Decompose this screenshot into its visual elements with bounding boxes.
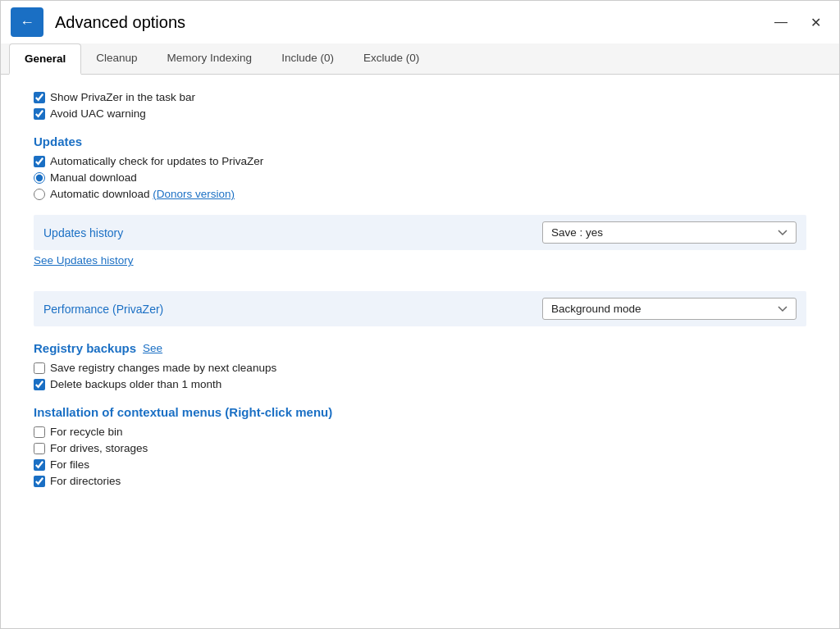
performance-row: Performance (PrivaZer) Background mode N… (34, 291, 806, 326)
registry-title: Registry backups (34, 341, 136, 355)
title-bar-controls: — ✕ (766, 11, 829, 34)
taskbar-section: Show PrivaZer in the task bar Avoid UAC … (34, 91, 806, 120)
back-button[interactable]: ← (11, 7, 43, 37)
auto-check-row: Automatically check for updates to Priva… (34, 155, 806, 167)
updates-title: Updates (34, 134, 806, 148)
uac-row: Avoid UAC warning (34, 107, 806, 120)
files-checkbox[interactable] (34, 459, 45, 471)
updates-history-section: Updates history Save : yes Save : no See… (34, 215, 806, 276)
manual-download-radio[interactable] (34, 172, 45, 184)
contextual-menus-section: Installation of contextual menus (Right-… (34, 405, 806, 487)
tab-memory-indexing[interactable]: Memory Indexing (153, 43, 267, 74)
uac-checkbox[interactable] (34, 108, 45, 120)
auto-download-label: Automatic download (Donors version) (50, 188, 235, 200)
taskbar-label: Show PrivaZer in the task bar (50, 91, 195, 103)
files-row: For files (34, 458, 806, 471)
auto-download-radio[interactable] (34, 189, 45, 200)
uac-label: Avoid UAC warning (50, 107, 146, 120)
directories-checkbox[interactable] (34, 476, 45, 487)
see-updates-history-link[interactable]: See Updates history (34, 254, 134, 267)
main-window: ← Advanced options — ✕ General Cleanup M… (0, 0, 840, 629)
taskbar-row: Show PrivaZer in the task bar (34, 91, 806, 103)
directories-row: For directories (34, 475, 806, 487)
delete-backups-checkbox[interactable] (34, 379, 45, 390)
updates-history-row: Updates history Save : yes Save : no (34, 215, 806, 250)
registry-section: Registry backups See Save registry chang… (34, 341, 806, 390)
recycle-bin-checkbox[interactable] (34, 426, 45, 438)
tab-general[interactable]: General (9, 43, 81, 75)
title-bar-left: ← Advanced options (11, 7, 185, 37)
manual-download-row: Manual download (34, 171, 806, 184)
content-area: Show PrivaZer in the task bar Avoid UAC … (1, 75, 839, 628)
drives-row: For drives, storages (34, 442, 806, 454)
drives-label: For drives, storages (50, 442, 148, 454)
save-registry-row: Save registry changes made by next clean… (34, 362, 806, 374)
delete-backups-label: Delete backups older than 1 month (50, 378, 221, 390)
minimize-button[interactable]: — (766, 11, 796, 34)
files-label: For files (50, 458, 89, 471)
registry-see-link[interactable]: See (143, 342, 162, 354)
close-button[interactable]: ✕ (802, 11, 829, 34)
delete-backups-row: Delete backups older than 1 month (34, 378, 806, 390)
save-registry-label: Save registry changes made by next clean… (50, 362, 276, 374)
drives-checkbox[interactable] (34, 443, 45, 454)
performance-section: Performance (PrivaZer) Background mode N… (34, 291, 806, 326)
updates-section: Updates Automatically check for updates … (34, 134, 806, 200)
manual-download-label: Manual download (50, 171, 137, 184)
recycle-bin-label: For recycle bin (50, 426, 123, 438)
window-title: Advanced options (55, 13, 185, 32)
contextual-menus-title: Installation of contextual menus (Right-… (34, 405, 806, 419)
tab-exclude[interactable]: Exclude (0) (349, 43, 434, 74)
auto-check-checkbox[interactable] (34, 156, 45, 167)
donors-link[interactable]: (Donors version) (153, 188, 235, 200)
tabs-bar: General Cleanup Memory Indexing Include … (1, 43, 839, 75)
performance-label: Performance (PrivaZer) (43, 303, 163, 316)
recycle-bin-row: For recycle bin (34, 426, 806, 438)
performance-dropdown[interactable]: Background mode Normal mode High perform… (542, 298, 797, 320)
taskbar-checkbox[interactable] (34, 92, 45, 103)
directories-label: For directories (50, 475, 121, 487)
updates-history-dropdown[interactable]: Save : yes Save : no (542, 221, 797, 244)
auto-download-row: Automatic download (Donors version) (34, 188, 806, 200)
save-registry-checkbox[interactable] (34, 362, 45, 374)
tab-include[interactable]: Include (0) (267, 43, 349, 74)
tab-cleanup[interactable]: Cleanup (81, 43, 152, 74)
auto-check-label: Automatically check for updates to Priva… (50, 155, 263, 167)
title-bar: ← Advanced options — ✕ (1, 1, 839, 43)
updates-history-label: Updates history (43, 226, 123, 239)
registry-title-row: Registry backups See (34, 341, 806, 355)
